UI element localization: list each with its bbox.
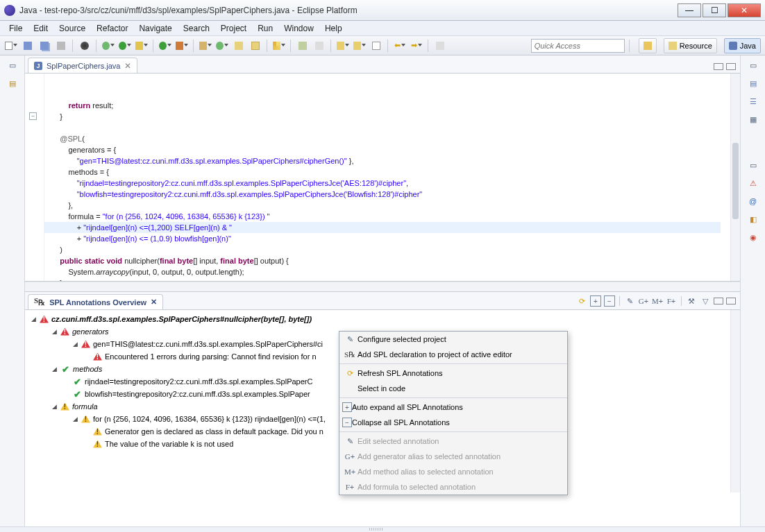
task-list-icon[interactable]: ☰ <box>748 96 759 107</box>
spl-icon: S℞ <box>34 296 45 307</box>
edit-annotation-icon[interactable]: ✎ <box>624 295 635 307</box>
build-button[interactable] <box>78 39 92 53</box>
menu-edit[interactable]: Edit <box>28 22 53 35</box>
menu-window[interactable]: Window <box>279 22 319 35</box>
new-button[interactable] <box>4 39 18 53</box>
tree-vertical-scrollbar[interactable] <box>730 310 740 492</box>
editor-vertical-scrollbar[interactable] <box>730 74 740 281</box>
spl-overview-tab[interactable]: S℞ SPL Annotations Overview ✕ <box>28 294 163 309</box>
package-explorer-icon[interactable]: ▤ <box>7 78 18 89</box>
open-perspective-button[interactable] <box>639 38 657 53</box>
menu-refactor[interactable]: Refactor <box>92 22 133 35</box>
toggle-mark-button[interactable] <box>296 39 310 53</box>
tree-root[interactable]: ◢ ! cz.cuni.mff.d3s.spl.examples.SplPape… <box>26 313 739 325</box>
code-area[interactable]: return result; } @SPL( generators = { "g… <box>44 74 730 281</box>
close-tab-icon[interactable]: ✕ <box>124 61 131 71</box>
collapse-all-icon: − <box>342 418 352 427</box>
declaration-icon[interactable]: ◧ <box>748 214 759 225</box>
cm-auto-expand[interactable]: +Auto expand all SPL Annotations <box>339 400 567 415</box>
annotation-prev-button[interactable] <box>336 39 350 53</box>
editor-horizontal-scrollbar[interactable] <box>25 282 740 291</box>
cm-refresh[interactable]: ⟳Refresh SPL Annotations <box>339 366 567 381</box>
minimize-editor-icon[interactable] <box>714 63 723 70</box>
menu-help[interactable]: Help <box>320 22 347 35</box>
collapse-all-icon[interactable]: − <box>604 295 615 307</box>
restore-icon[interactable]: ▭ <box>748 160 759 171</box>
outline-icon[interactable]: ▤ <box>748 78 759 89</box>
back-button[interactable]: ⬅ <box>393 39 407 53</box>
forward-button[interactable]: ➡ <box>410 39 423 53</box>
print-button[interactable] <box>54 39 68 53</box>
quick-access <box>531 39 625 53</box>
search-button[interactable] <box>272 39 286 53</box>
save-button[interactable] <box>21 39 35 53</box>
last-edit-button[interactable] <box>369 39 383 53</box>
tree-method-item-label: blowfish=testingrepository2:cz.cuni.mff.… <box>85 390 310 398</box>
add-g-icon[interactable]: G+ <box>638 295 649 307</box>
maximize-view-icon[interactable] <box>726 298 736 304</box>
maximize-editor-icon[interactable] <box>726 63 736 70</box>
show-whitespace-button[interactable] <box>312 39 326 53</box>
perspective-java[interactable]: Java <box>724 38 761 53</box>
warning-icon: ! <box>93 440 102 448</box>
add-f-icon[interactable]: F+ <box>666 295 677 307</box>
editor-area[interactable]: − return result; } @SPL( generators = { … <box>25 74 740 282</box>
menu-navigate[interactable]: Navigate <box>134 22 176 35</box>
close-button[interactable]: ✕ <box>728 3 761 17</box>
menu-bar: File Edit Source Refactor Navigate Searc… <box>0 21 765 36</box>
expand-icon[interactable]: ◢ <box>72 341 78 347</box>
run-last-button[interactable] <box>158 39 172 53</box>
expand-icon[interactable]: ◢ <box>72 416 78 422</box>
restore-icon[interactable]: ▭ <box>7 60 18 71</box>
run-button[interactable] <box>118 39 132 53</box>
perspective-resource[interactable]: Resource <box>664 38 717 53</box>
expand-icon[interactable]: ◢ <box>31 316 37 323</box>
spl-icon: S℞ <box>342 350 358 359</box>
console-icon[interactable]: ◉ <box>748 232 759 243</box>
menu-search[interactable]: Search <box>178 22 215 35</box>
add-m-icon[interactable]: M+ <box>652 295 663 307</box>
maximize-button[interactable]: ☐ <box>703 3 726 17</box>
expand-all-icon[interactable]: + <box>590 295 601 307</box>
palette-icon[interactable]: ▦ <box>748 114 759 125</box>
cm-separator <box>339 431 567 432</box>
new-class-button[interactable] <box>215 39 229 53</box>
javadoc-icon[interactable]: @ <box>748 196 759 207</box>
ok-icon: ✔ <box>60 364 70 374</box>
minimize-button[interactable]: — <box>678 3 701 17</box>
ext-tools-button[interactable] <box>175 39 189 53</box>
cm-collapse-all[interactable]: −Collapse all SPL Annotations <box>339 415 567 430</box>
fold-toggle-icon[interactable]: − <box>29 112 37 120</box>
menu-file[interactable]: File <box>4 22 27 35</box>
expand-icon[interactable]: ◢ <box>51 329 58 335</box>
cm-add-spl[interactable]: S℞Add SPL declaration to project of acti… <box>339 347 567 362</box>
new-package-button[interactable] <box>199 39 212 53</box>
error-icon: ! <box>93 353 102 361</box>
menu-source[interactable]: Source <box>54 22 90 35</box>
cm-select-in-code[interactable]: Select in code <box>339 381 567 396</box>
debug-button[interactable] <box>101 39 115 53</box>
open-type-button[interactable] <box>249 39 262 53</box>
new-folder-button[interactable] <box>232 39 246 53</box>
cm-configure-project[interactable]: ✎Configure selected project <box>339 332 567 347</box>
menu-project[interactable]: Project <box>216 22 251 35</box>
expand-icon[interactable]: ◢ <box>51 404 58 410</box>
restore-icon[interactable]: ▭ <box>748 60 759 71</box>
save-all-button[interactable] <box>37 39 51 53</box>
tree-generator-error-label: Encountered 1 errors during parsing: Can… <box>105 352 317 361</box>
refresh-icon[interactable]: ⟳ <box>576 295 587 307</box>
edit-icon: ✎ <box>342 437 358 446</box>
pin-editor-button[interactable] <box>433 39 447 53</box>
coverage-button[interactable] <box>135 39 149 53</box>
problems-icon[interactable]: ⚠ <box>748 178 759 189</box>
editor-tab[interactable]: J SplPaperCiphers.java ✕ <box>28 58 137 73</box>
quick-access-input[interactable] <box>531 39 625 53</box>
expand-icon[interactable]: ◢ <box>51 366 58 372</box>
right-trim: ▭ ▤ ☰ ▦ ▭ ⚠ @ ◧ ◉ <box>740 55 765 526</box>
menu-run[interactable]: Run <box>253 22 278 35</box>
view-menu-icon[interactable]: ▽ <box>700 295 711 307</box>
minimize-view-icon[interactable] <box>714 298 723 304</box>
annotation-next-button[interactable] <box>353 39 367 53</box>
settings-icon[interactable]: ⚒ <box>686 295 697 307</box>
close-view-icon[interactable]: ✕ <box>151 298 157 307</box>
